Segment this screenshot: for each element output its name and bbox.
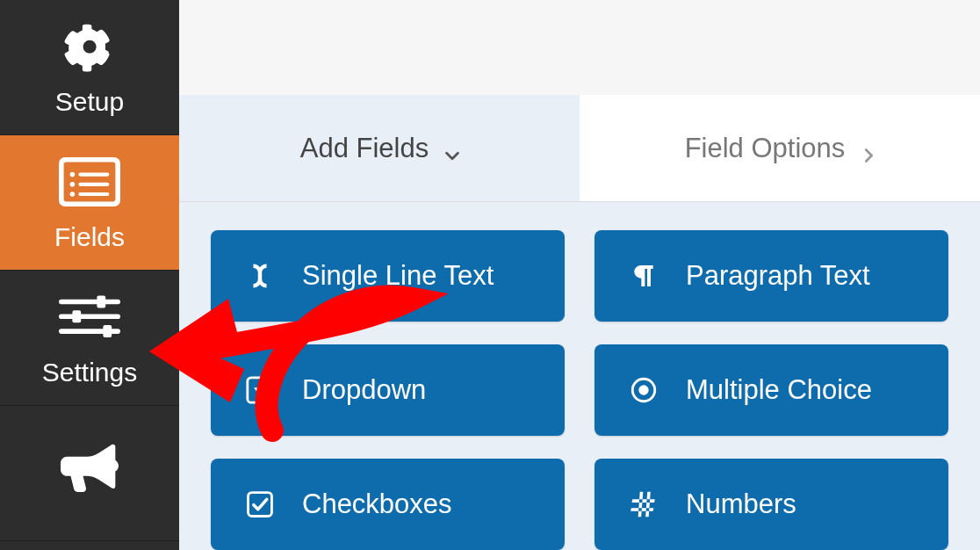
sidebar-item-fields[interactable]: Fields	[0, 135, 179, 271]
sidebar-item-label: Settings	[42, 358, 137, 387]
radio-icon	[626, 373, 661, 408]
sidebar-item-setup[interactable]: Setup	[0, 0, 179, 135]
field-single-line-text[interactable]: Single Line Text	[211, 230, 565, 322]
field-multiple-choice[interactable]: Multiple Choice	[594, 344, 948, 436]
list-icon	[59, 154, 120, 210]
megaphone-icon	[59, 439, 120, 496]
tab-add-fields[interactable]: Add Fields	[179, 95, 580, 201]
svg-rect-9	[59, 314, 120, 319]
sliders-icon	[59, 289, 120, 345]
hash-icon	[626, 487, 661, 522]
tab-field-options[interactable]: Field Options	[580, 95, 980, 201]
svg-rect-7	[78, 192, 109, 195]
sidebar-item-marketing[interactable]	[0, 406, 179, 541]
field-dropdown[interactable]: Dropdown	[211, 344, 565, 436]
text-cursor-icon	[242, 258, 277, 293]
field-label: Paragraph Text	[686, 260, 870, 292]
svg-rect-5	[78, 182, 109, 185]
field-label: Multiple Choice	[686, 374, 872, 406]
field-numbers[interactable]: Numbers	[594, 459, 948, 550]
svg-rect-13	[103, 325, 112, 337]
svg-rect-3	[78, 172, 109, 176]
sidebar-item-label: Fields	[54, 222, 125, 252]
chevron-right-icon	[859, 141, 875, 156]
tab-label: Add Fields	[300, 133, 429, 164]
sidebar-item-label: Setup	[55, 87, 124, 117]
gear-icon	[59, 18, 120, 75]
svg-point-16	[638, 385, 648, 394]
pilcrow-icon	[626, 258, 661, 293]
fields-panel: Single Line Text Paragraph Text Dropdown…	[179, 202, 980, 550]
checkbox-icon	[242, 487, 277, 522]
field-checkboxes[interactable]: Checkboxes	[211, 459, 565, 550]
field-label: Dropdown	[302, 374, 426, 406]
main-area: Add Fields Field Options Single Line Tex…	[179, 0, 980, 550]
svg-rect-8	[59, 299, 120, 304]
field-paragraph-text[interactable]: Paragraph Text	[594, 230, 948, 322]
svg-rect-12	[72, 310, 81, 322]
svg-point-6	[70, 192, 76, 197]
svg-rect-17	[249, 493, 272, 517]
svg-rect-11	[97, 295, 105, 308]
panel-tabs: Add Fields Field Options	[179, 95, 980, 202]
chevron-down-icon	[443, 141, 458, 156]
tab-label: Field Options	[685, 133, 846, 164]
field-label: Checkboxes	[302, 488, 452, 520]
app-sidebar: Setup Fields	[0, 0, 179, 550]
field-label: Single Line Text	[302, 260, 494, 292]
field-label: Numbers	[686, 488, 796, 520]
svg-point-2	[70, 171, 76, 177]
svg-point-4	[70, 182, 76, 187]
caret-square-icon	[242, 373, 277, 408]
sidebar-item-settings[interactable]: Settings	[0, 271, 179, 406]
topbar-spacer	[179, 0, 980, 95]
